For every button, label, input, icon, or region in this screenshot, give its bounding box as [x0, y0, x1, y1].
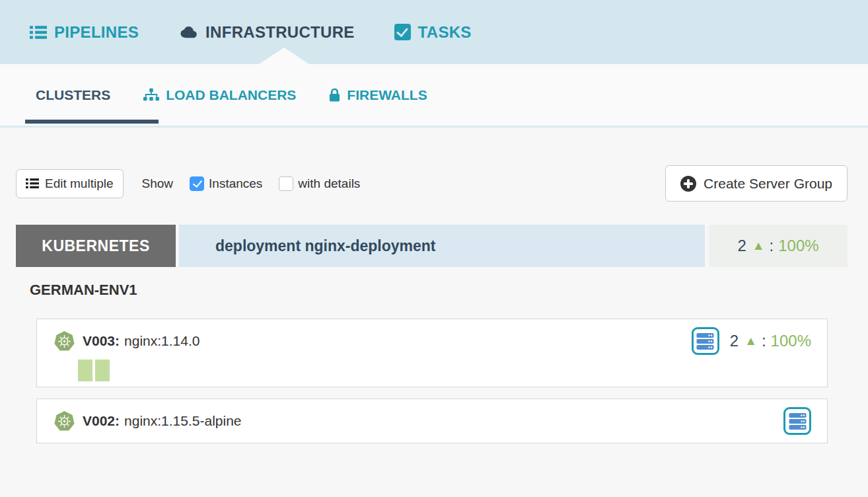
kubernetes-icon [54, 410, 75, 432]
cluster-title: deployment nginx-deployment [215, 237, 436, 255]
tab-infrastructure-label: INFRASTRUCTURE [205, 23, 355, 42]
clusters-toolbar: Edit multiple Show Instances with detail… [16, 165, 848, 202]
health-count: 2 [730, 332, 739, 350]
sitemap-icon [143, 88, 159, 102]
server-group-card-v002[interactable]: V002: nginx:1.15.5-alpine [36, 399, 828, 443]
create-server-group-label: Create Server Group [704, 176, 832, 192]
filter-with-details[interactable]: with details [279, 176, 360, 191]
tab-pipelines-label: PIPELINES [54, 23, 139, 42]
cluster-title-bar[interactable]: deployment nginx-deployment [179, 225, 705, 267]
server-group-health: 2 ▲ : 100% [730, 332, 811, 350]
server-group-title: V003: nginx:1.14.0 [83, 333, 692, 349]
health-percent: 100% [778, 237, 818, 255]
list-icon [30, 25, 47, 40]
show-label: Show [142, 176, 174, 191]
create-server-group-button[interactable]: Create Server Group [665, 165, 848, 202]
top-navigation: PIPELINES INFRASTRUCTURE TASKS [0, 0, 868, 64]
filter-instances[interactable]: Instances [190, 176, 262, 191]
subtab-load-balancers[interactable]: LOAD BALANCERS [143, 87, 296, 103]
server-group-version: V003: [83, 333, 120, 349]
provider-badge: KUBERNETES [16, 225, 176, 267]
plus-circle-icon [680, 176, 696, 192]
provider-label: KUBERNETES [42, 237, 149, 255]
tab-tasks[interactable]: TASKS [394, 23, 472, 42]
server-stack-icon[interactable] [692, 327, 719, 355]
with-details-checkbox[interactable] [279, 176, 293, 191]
up-arrow-icon: ▲ [752, 239, 765, 253]
active-subtab-underline [25, 120, 159, 124]
health-separator: : [770, 237, 774, 255]
subtab-clusters-label: CLUSTERS [36, 87, 110, 103]
instance-square[interactable] [95, 360, 110, 381]
cluster-health-box: 2 ▲ : 100% [709, 225, 848, 267]
server-group-image: nginx:1.15.5-alpine [124, 413, 241, 429]
instances-checkbox-label: Instances [209, 176, 262, 191]
server-group-title: V002: nginx:1.15.5-alpine [83, 413, 783, 429]
tab-tasks-label: TASKS [418, 23, 472, 42]
subtab-load-balancers-label: LOAD BALANCERS [166, 87, 296, 103]
lock-icon [329, 88, 340, 102]
server-stack-icon[interactable] [783, 407, 811, 435]
edit-multiple-label: Edit multiple [45, 176, 114, 191]
health-separator: : [762, 332, 766, 350]
server-group-list: V003: nginx:1.14.0 [36, 319, 828, 443]
region-title: GERMAN-ENV1 [30, 282, 848, 299]
check-square-icon [394, 24, 411, 40]
list-icon [26, 178, 39, 189]
instance-row [78, 360, 811, 381]
health-count: 2 [737, 237, 746, 255]
tab-infrastructure[interactable]: INFRASTRUCTURE [178, 23, 355, 42]
kubernetes-icon [54, 330, 75, 352]
edit-multiple-button[interactable]: Edit multiple [16, 169, 124, 198]
subtab-firewalls-label: FIREWALLS [347, 87, 427, 103]
instances-checkbox[interactable] [190, 176, 204, 191]
server-group-card-v003[interactable]: V003: nginx:1.14.0 [36, 319, 828, 387]
subtab-clusters[interactable]: CLUSTERS [25, 87, 110, 103]
up-arrow-icon: ▲ [744, 334, 757, 348]
subtab-firewalls[interactable]: FIREWALLS [329, 87, 427, 103]
with-details-checkbox-label: with details [298, 176, 360, 191]
infrastructure-subnav: CLUSTERS LOAD BALANCERS FIREWALLS [0, 64, 868, 128]
cloud-icon [178, 25, 198, 39]
cluster-header: KUBERNETES deployment nginx-deployment 2… [16, 225, 848, 267]
tab-pipelines[interactable]: PIPELINES [30, 23, 139, 42]
server-group-version: V002: [83, 413, 120, 429]
clusters-content: Edit multiple Show Instances with detail… [0, 165, 868, 443]
health-percent: 100% [771, 332, 811, 350]
cluster-health: 2 ▲ : 100% [737, 237, 818, 255]
active-tab-caret [259, 48, 309, 64]
instance-square[interactable] [78, 360, 92, 381]
server-group-image: nginx:1.14.0 [124, 333, 199, 349]
